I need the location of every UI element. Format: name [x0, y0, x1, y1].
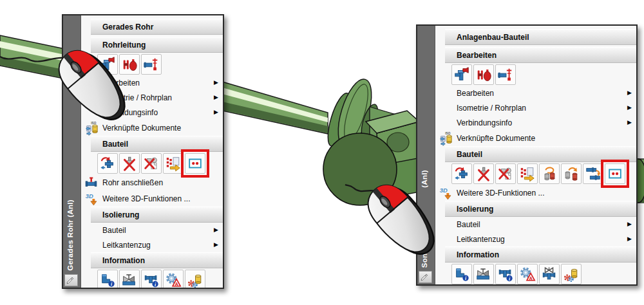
pipe-fitting-icon [453, 66, 470, 83]
move-part-icon [563, 165, 580, 182]
menu-item-isometrie-rohrplan[interactable]: Isometrie / Rohrplan▶ [435, 100, 636, 115]
menu-item-label: Verknüpfte Dokumente [457, 134, 632, 143]
menu-item-verknüpfte-dokumente[interactable]: ISOVerknüpfte Dokumente [435, 130, 636, 146]
connect-pipe-icon [82, 175, 101, 190]
flange-vessel-icon [121, 56, 138, 73]
menu-item-rohr-anschließen[interactable]: Rohr anschließen [81, 174, 223, 190]
tee-info-button[interactable]: i [141, 270, 162, 288]
sidebar-vertical-label: Gerades Rohr (Anl) [66, 199, 74, 271]
delete-part-icon [121, 155, 138, 172]
header-label: Bauteil [102, 140, 128, 149]
pencil-icon [66, 276, 77, 285]
replace-part-button[interactable] [451, 163, 472, 184]
delete-copy-button[interactable] [141, 153, 162, 174]
pipe-measure-button[interactable] [495, 64, 516, 85]
menu-item-label: Bearbeiten [102, 79, 214, 88]
pipe-info-button[interactable]: i [97, 270, 118, 288]
pipe-measure-button[interactable] [141, 54, 162, 75]
menu-title: Gerades Rohr [91, 19, 223, 35]
pipe-division-points-button[interactable] [185, 153, 205, 174]
section-header-bearbeiten: Bearbeiten [445, 47, 636, 63]
menu-sidebar: Sonstig(Anl) [417, 26, 435, 284]
svg-text:3D: 3D [85, 192, 93, 199]
submenu-arrow-icon: ▶ [214, 95, 218, 100]
valve-button[interactable] [473, 264, 494, 284]
flange-vessel-button[interactable] [473, 64, 494, 85]
menu-item-verknüpfte-dokumente[interactable]: ISOVerknüpfte Dokumente [81, 120, 223, 136]
pipe-fitting-button[interactable] [97, 54, 118, 75]
sidebar-vertical-label: (Anl) [421, 170, 428, 188]
pipe-measure-icon [497, 66, 514, 83]
pipe-info-icon: i [99, 272, 116, 288]
menu-item-isometrie-rohrplan[interactable]: Isometrie / Rohrplan▶ [81, 90, 223, 105]
svg-text:A: A [175, 281, 178, 286]
menu-item-label: Weitere 3D-Funktionen ... [457, 189, 632, 198]
menu-sidebar: Gerades Rohr (Anl) [63, 15, 81, 288]
insert-parts-list-icon [165, 155, 182, 172]
menu-item-bauteil[interactable]: Bauteil▶ [435, 217, 636, 232]
delete-copy-button[interactable] [495, 163, 516, 184]
section-header-information: Information [91, 252, 223, 268]
sidebar-vertical-label: Sonstig [421, 239, 428, 268]
icon-toolbar-row [81, 53, 223, 75]
parts-database-button[interactable] [561, 264, 582, 284]
move-part-button[interactable] [561, 163, 582, 184]
parts-database-button[interactable] [185, 270, 205, 288]
menu-item-leitkantenzug[interactable]: Leitkantenzug▶ [81, 237, 223, 252]
menu-title: Anlagenbau-Bauteil [445, 29, 636, 45]
menu-item-label: Verbindungsinfo [102, 108, 214, 117]
submenu-arrow-icon: ▶ [627, 221, 632, 227]
menu-item-bearbeiten[interactable]: Bearbeiten▶ [435, 86, 636, 100]
pipe-division-points-button[interactable] [605, 163, 625, 184]
menu-item-verbindungsinfo[interactable]: Verbindungsinfo▶ [81, 105, 223, 120]
more-3d-functions-icon: 3D [437, 185, 455, 201]
menu-pin-button[interactable] [64, 274, 78, 286]
submenu-arrow-icon: ▶ [627, 105, 632, 111]
delete-part-button[interactable] [473, 163, 494, 184]
insert-parts-list-button[interactable] [163, 153, 184, 174]
delete-part-icon [475, 165, 492, 182]
replace-part-icon [99, 155, 116, 172]
pipe-fitting-button[interactable] [451, 64, 472, 85]
header-label: Gerades Rohr [102, 23, 153, 32]
delete-part-button[interactable] [119, 153, 140, 174]
flange-vessel-button[interactable] [119, 54, 140, 75]
menu-item-bauteil[interactable]: Bauteil▶ [81, 223, 223, 237]
valve-disc [323, 133, 397, 205]
replace-part-button[interactable] [97, 153, 118, 174]
section-header-information: Information [445, 246, 636, 263]
menu-item-weitere-3d-funktionen[interactable]: 3DWeitere 3D-Funktionen ... [81, 190, 223, 207]
icon-toolbar-row: iiA [435, 263, 636, 284]
gear-warning-button[interactable]: A [163, 270, 184, 288]
menu-item-bearbeiten[interactable]: Bearbeiten▶ [81, 75, 223, 90]
context-menu-anlagenbau-bauteil: Sonstig(Anl)Anlagenbau-BauteilBearbeiten… [416, 24, 638, 286]
tee-info-button[interactable]: i [495, 264, 516, 284]
gear-warning-button[interactable]: A [517, 264, 538, 284]
svg-text:3D: 3D [439, 187, 447, 194]
align-pipe-icon [585, 165, 601, 182]
rotate-part-button[interactable] [539, 163, 560, 184]
more-3d-functions-icon: 3D [82, 191, 101, 207]
menu-item-weitere-3d-funktionen[interactable]: 3DWeitere 3D-Funktionen ... [435, 185, 636, 201]
header-label: Bauteil [457, 150, 482, 159]
icon-toolbar-row [435, 162, 636, 185]
align-pipe-button[interactable] [583, 163, 603, 184]
valve-button[interactable] [119, 270, 140, 288]
pipe-info-icon: i [453, 266, 470, 282]
pipe-info-button[interactable]: i [451, 264, 472, 284]
menu-pin-button[interactable] [419, 271, 432, 283]
valve-pipe-info-button[interactable] [539, 264, 560, 284]
section-header-isolierung: Isolierung [91, 207, 223, 223]
parts-database-icon [187, 272, 204, 288]
submenu-arrow-icon: ▶ [627, 236, 632, 242]
menu-item-leitkantenzug[interactable]: Leitkantenzug▶ [435, 232, 636, 246]
menu-item-verbindungsinfo[interactable]: Verbindungsinfo▶ [435, 115, 636, 130]
header-label: Information [102, 256, 145, 265]
linked-documents-iso-icon: ISO [437, 131, 455, 146]
menu-item-label: Isometrie / Rohrplan [102, 93, 214, 102]
pipe-division-points-icon [187, 155, 204, 172]
valve-pipe-info-icon [541, 266, 558, 282]
insert-parts-list-button[interactable] [517, 163, 538, 184]
delete-copy-icon [143, 155, 160, 172]
menu-item-label: Isometrie / Rohrplan [457, 104, 627, 113]
